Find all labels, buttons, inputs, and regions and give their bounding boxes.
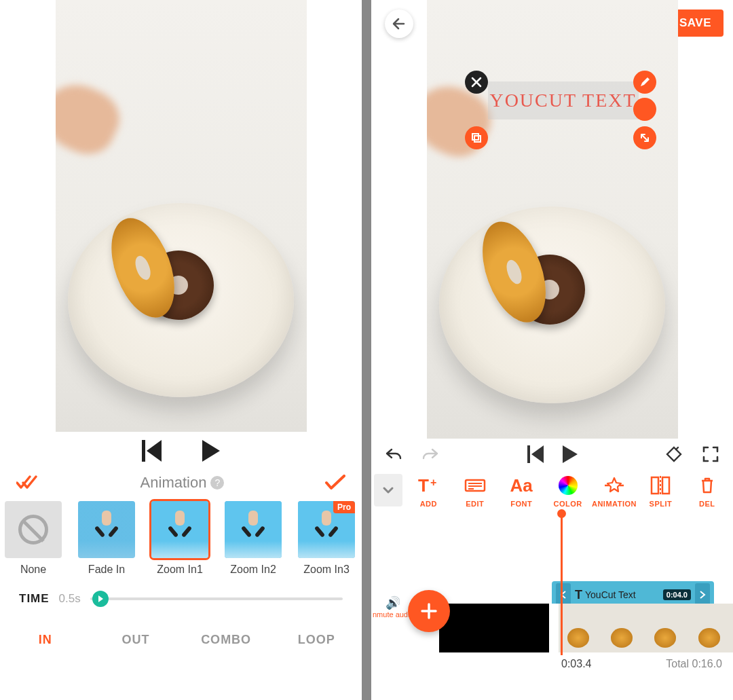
playhead[interactable] bbox=[561, 513, 563, 655]
edit-icon[interactable] bbox=[633, 71, 656, 94]
clip-handle-left-icon[interactable] bbox=[556, 583, 571, 606]
tab-out[interactable]: OUT bbox=[90, 618, 181, 662]
tab-in[interactable]: IN bbox=[0, 618, 90, 662]
animation-option-zoom-in2[interactable]: Zoom In2 bbox=[223, 501, 284, 576]
total-time: 0:16.0 bbox=[692, 658, 722, 669]
svg-text:+: + bbox=[430, 477, 436, 488]
animation-option-zoom-in3[interactable]: ProZoom In3 bbox=[296, 501, 357, 576]
resize-icon[interactable] bbox=[633, 126, 656, 149]
pro-badge: Pro bbox=[333, 501, 355, 513]
tool-color[interactable]: COLOR bbox=[544, 474, 590, 508]
restart-icon[interactable] bbox=[527, 445, 544, 463]
text-overlay[interactable]: YOUCUT TEXT bbox=[469, 75, 645, 143]
tool-label: DEL bbox=[684, 500, 730, 508]
video-preview[interactable] bbox=[56, 0, 307, 432]
apply-all-icon[interactable] bbox=[16, 475, 39, 491]
tool-animation[interactable]: ANIMATION bbox=[591, 474, 637, 508]
video-clip[interactable] bbox=[559, 604, 733, 652]
slider-knob[interactable] bbox=[92, 591, 109, 607]
tab-loop[interactable]: LOOP bbox=[271, 618, 362, 662]
tool-label: ANIMATION bbox=[591, 500, 637, 508]
animation-panel: Animation? NoneFade InZoom In1Zoom In2Pr… bbox=[0, 0, 362, 700]
tool-label: COLOR bbox=[544, 500, 590, 508]
restart-icon[interactable] bbox=[142, 440, 162, 462]
video-preview[interactable]: YOUCUT TEXT bbox=[427, 0, 678, 439]
font-icon: Aa bbox=[498, 474, 544, 497]
svg-text:T: T bbox=[418, 477, 429, 494]
time-label: TIME bbox=[19, 592, 50, 606]
animation-option-none[interactable]: None bbox=[3, 501, 64, 576]
time-value: 0.5s bbox=[59, 592, 81, 606]
edit-icon bbox=[452, 474, 498, 497]
color-icon bbox=[544, 474, 590, 497]
tool-label: ADD bbox=[405, 500, 451, 508]
overlay-text: YOUCUT TEXT bbox=[489, 90, 636, 111]
option-label: Fade In bbox=[76, 564, 137, 576]
editor-panel: SAVE YOUCUT TEXT T+ADDEDITAaFONTCO bbox=[371, 0, 733, 700]
svg-rect-6 bbox=[662, 477, 669, 494]
keyframe-icon[interactable] bbox=[665, 445, 683, 463]
svg-rect-0 bbox=[472, 134, 478, 140]
option-label: Zoom In1 bbox=[149, 564, 210, 576]
current-time: 0:03.4 bbox=[561, 658, 591, 670]
rotate-handle-icon[interactable] bbox=[633, 98, 656, 121]
help-icon[interactable]: ? bbox=[210, 476, 224, 490]
svg-rect-1 bbox=[474, 136, 481, 142]
collapse-tools-button[interactable] bbox=[374, 474, 402, 506]
option-label: Zoom In2 bbox=[223, 564, 284, 576]
tool-edit[interactable]: EDIT bbox=[452, 474, 498, 508]
option-label: Zoom In3 bbox=[296, 564, 357, 576]
del-icon bbox=[684, 474, 730, 497]
video-track[interactable] bbox=[439, 604, 733, 652]
undo-icon[interactable] bbox=[385, 447, 402, 462]
tool-label: EDIT bbox=[452, 500, 498, 508]
close-icon[interactable] bbox=[465, 71, 488, 94]
redo-icon[interactable] bbox=[421, 447, 439, 462]
svg-rect-5 bbox=[652, 477, 658, 494]
fullscreen-icon[interactable] bbox=[702, 445, 719, 463]
clip-handle-right-icon[interactable] bbox=[695, 583, 710, 606]
pane-divider bbox=[362, 0, 371, 700]
tool-split[interactable]: SPLIT bbox=[637, 474, 683, 508]
panel-title: Animation bbox=[140, 474, 207, 492]
textclip-duration: 0:04.0 bbox=[663, 589, 691, 600]
back-button[interactable] bbox=[385, 10, 413, 38]
animation-option-zoom-in1[interactable]: Zoom In1 bbox=[149, 501, 210, 576]
animation-icon bbox=[591, 474, 637, 497]
tool-add[interactable]: T+ADD bbox=[405, 474, 451, 508]
add-icon: T+ bbox=[405, 474, 451, 497]
textclip-label: YouCut Text bbox=[585, 589, 636, 600]
option-label: None bbox=[3, 564, 64, 576]
play-icon[interactable] bbox=[202, 440, 220, 462]
confirm-icon[interactable] bbox=[325, 475, 345, 491]
time-slider[interactable] bbox=[90, 597, 343, 600]
split-icon bbox=[637, 474, 683, 497]
timeline[interactable]: TYouCut Text 0:04.0 🔊nmute audio 0:03.4 … bbox=[371, 513, 733, 671]
video-clip[interactable] bbox=[439, 604, 559, 652]
play-icon[interactable] bbox=[563, 445, 578, 463]
animation-option-fade-in[interactable]: Fade In bbox=[76, 501, 137, 576]
tool-font[interactable]: AaFONT bbox=[498, 474, 544, 508]
tab-combo[interactable]: COMBO bbox=[181, 618, 271, 662]
add-clip-button[interactable] bbox=[408, 590, 450, 632]
tool-del[interactable]: DEL bbox=[684, 474, 730, 508]
tool-label: SPLIT bbox=[637, 500, 683, 508]
tool-label: FONT bbox=[498, 500, 544, 508]
duplicate-icon[interactable] bbox=[465, 126, 488, 149]
